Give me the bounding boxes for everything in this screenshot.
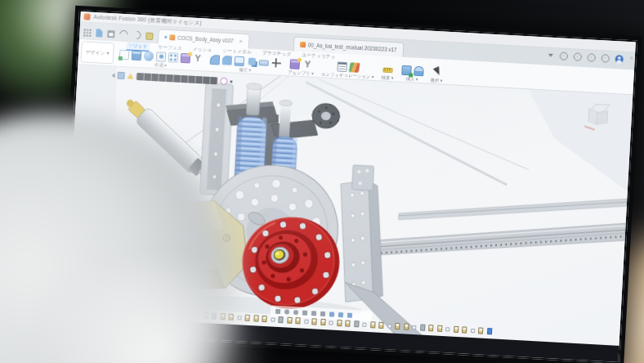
timeline-item[interactable] xyxy=(295,317,300,324)
toolbar-icon-select-arrow[interactable] xyxy=(432,66,442,77)
workspace-selector[interactable]: デザイン ▾ xyxy=(80,41,114,64)
timeline-item[interactable] xyxy=(478,327,483,334)
spring-pulley[interactable] xyxy=(311,103,340,129)
look-at-icon[interactable] xyxy=(293,309,298,314)
viewports-icon[interactable] xyxy=(347,312,352,317)
toolbar-icon-chamfer[interactable] xyxy=(222,55,233,65)
toolbar-icon-create-sketch[interactable] xyxy=(119,49,130,60)
timeline-item[interactable] xyxy=(378,322,383,329)
notifications-icon[interactable] xyxy=(587,53,596,62)
job-status-icon[interactable] xyxy=(573,52,582,61)
toolbar-group-label[interactable]: 検査 ▾ xyxy=(381,74,393,81)
model-canvas[interactable] xyxy=(64,65,633,346)
timeline-item[interactable] xyxy=(195,313,199,317)
timeline-item[interactable] xyxy=(271,317,275,321)
close-window-icon[interactable]: × xyxy=(630,55,633,60)
timeline-item[interactable] xyxy=(362,322,366,326)
toolbar-group-label[interactable]: 挿入 ▾ xyxy=(405,76,418,83)
toolbar-icon-shell[interactable] xyxy=(235,56,245,66)
timeline-item[interactable] xyxy=(370,321,375,328)
timeline-item[interactable] xyxy=(145,311,150,315)
timeline-item[interactable] xyxy=(220,313,225,320)
toolbar-icon-revolve[interactable] xyxy=(144,51,154,61)
export-icon[interactable] xyxy=(145,32,153,39)
toolbar-icon-as-built-joint[interactable] xyxy=(302,60,313,70)
timeline-item[interactable] xyxy=(387,324,391,328)
timeline-item[interactable] xyxy=(178,311,183,317)
redo-icon[interactable] xyxy=(131,29,142,41)
toolbar-icon-hole[interactable] xyxy=(156,52,167,62)
timeline-item[interactable] xyxy=(337,320,342,326)
save-icon[interactable] xyxy=(107,29,114,37)
grid-layout-icon[interactable] xyxy=(338,311,343,316)
timeline-item[interactable] xyxy=(320,319,325,325)
toolbar-icon-pattern[interactable] xyxy=(168,52,179,63)
timeline-to-start-icon[interactable] xyxy=(84,307,87,311)
toolbar-icon-configuration-table[interactable] xyxy=(337,61,347,72)
timeline-item[interactable] xyxy=(170,311,174,316)
timeline-item[interactable] xyxy=(454,326,458,333)
timeline-item[interactable] xyxy=(412,325,416,329)
timeline-item[interactable] xyxy=(486,328,491,334)
timeline-step-back-icon[interactable] xyxy=(90,307,93,311)
timeline-item[interactable] xyxy=(203,312,208,319)
aluminum-rail[interactable] xyxy=(358,184,627,271)
timeline-item[interactable] xyxy=(278,316,283,323)
toolbar-icon-measure[interactable] xyxy=(382,68,392,74)
view-cube[interactable] xyxy=(588,104,612,128)
toolbar-icon-new-component[interactable] xyxy=(181,52,191,63)
browser-collapse-arrow-icon[interactable] xyxy=(112,73,115,78)
timeline-item[interactable] xyxy=(211,312,216,319)
timeline-step-forward-icon[interactable] xyxy=(101,307,105,312)
timeline-item[interactable] xyxy=(119,307,124,314)
fit-icon[interactable] xyxy=(320,311,325,316)
timeline-item[interactable] xyxy=(128,308,133,315)
timeline-item[interactable] xyxy=(136,308,141,315)
timeline-item[interactable] xyxy=(186,311,191,318)
toolbar-icon-extrude[interactable] xyxy=(132,50,142,60)
collapse-caret-icon[interactable] xyxy=(548,52,554,59)
timeline-item[interactable] xyxy=(162,310,167,316)
toolbar-icon-fillet[interactable] xyxy=(210,54,221,65)
timeline-item[interactable] xyxy=(228,314,233,320)
timeline-item[interactable] xyxy=(354,320,359,327)
toolbar-icon-insert-canvas[interactable] xyxy=(401,65,412,75)
toolbar-icon-joint[interactable] xyxy=(193,53,203,64)
display-settings-icon[interactable] xyxy=(329,311,334,316)
timeline-item[interactable] xyxy=(345,320,350,326)
timeline-item[interactable] xyxy=(395,323,400,329)
toolbar-icon-offset-face[interactable] xyxy=(259,60,269,66)
orbit-icon[interactable] xyxy=(284,309,289,314)
toolbar-icon-configuration-sheet[interactable] xyxy=(348,62,360,73)
timeline-item[interactable] xyxy=(111,307,116,314)
timeline-play-icon[interactable] xyxy=(96,307,99,312)
toolbar-icon-combine[interactable] xyxy=(248,57,255,65)
app-grid-icon[interactable] xyxy=(83,29,91,36)
timeline-item[interactable] xyxy=(462,326,467,333)
undo-icon[interactable] xyxy=(118,29,129,40)
toolbar-group-label[interactable]: 選択 ▾ xyxy=(430,78,442,84)
profile-avatar-icon[interactable] xyxy=(615,55,624,64)
timeline-item[interactable] xyxy=(253,315,258,321)
timeline-item[interactable] xyxy=(153,310,158,316)
timeline-item[interactable] xyxy=(237,316,241,320)
extensions-icon[interactable] xyxy=(560,52,569,60)
timeline-item[interactable] xyxy=(445,327,449,331)
timeline-item[interactable] xyxy=(471,328,475,332)
timeline-item[interactable] xyxy=(437,325,442,332)
timeline-item[interactable] xyxy=(244,315,249,321)
toolbar-group-label[interactable]: 作成 ▾ xyxy=(154,62,167,69)
cad-model-3d-view[interactable] xyxy=(64,65,633,346)
toolbar-group-label[interactable]: 修正 ▾ xyxy=(239,67,251,74)
chrome-icon[interactable] xyxy=(163,325,172,334)
zoom-icon[interactable] xyxy=(311,311,316,316)
close-tab-icon[interactable]: × xyxy=(239,38,243,43)
zoom-window-icon[interactable] xyxy=(275,308,280,313)
toolbar-icon-move-copy[interactable] xyxy=(271,58,281,69)
toolbar-icon-insert-decal[interactable] xyxy=(414,65,424,76)
timeline-item[interactable] xyxy=(404,323,409,329)
file-explorer-icon[interactable] xyxy=(145,324,155,333)
toolbar-icon-assembly-component[interactable] xyxy=(290,59,301,69)
help-icon[interactable] xyxy=(601,54,610,63)
timeline-item[interactable] xyxy=(420,324,425,330)
